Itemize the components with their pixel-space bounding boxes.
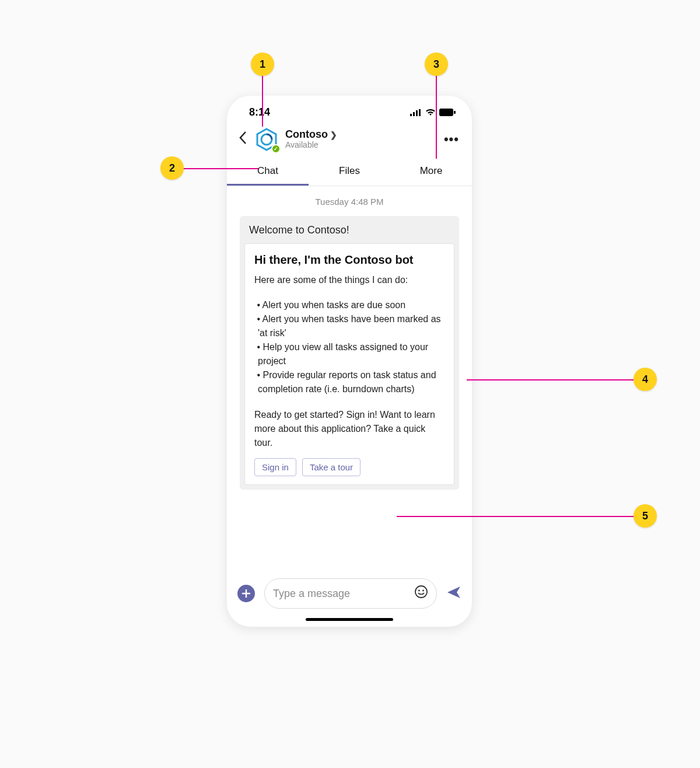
callout-badge-5: 5 <box>634 504 657 528</box>
card-bullet: • Alert you when tasks have been marked … <box>254 312 444 340</box>
chat-title[interactable]: Contoso ❯ <box>285 129 436 141</box>
send-icon <box>446 585 461 600</box>
card-bullet: • Help you view all tasks assigned to yo… <box>254 340 444 368</box>
tab-bar: Chat Files More <box>227 158 472 186</box>
more-options-button[interactable]: ••• <box>442 132 461 147</box>
svg-point-16 <box>418 590 420 592</box>
cellular-icon <box>410 109 422 116</box>
plus-icon <box>242 589 250 598</box>
tab-chat[interactable]: Chat <box>227 158 309 186</box>
take-tour-button[interactable]: Take a tour <box>302 458 360 476</box>
callout-badge-3: 3 <box>425 53 448 76</box>
emoji-button[interactable] <box>414 585 428 602</box>
svg-rect-9 <box>439 109 453 116</box>
svg-point-15 <box>415 586 427 598</box>
chevron-left-icon <box>239 131 247 145</box>
compose-add-button[interactable] <box>237 585 255 602</box>
svg-rect-8 <box>419 109 421 116</box>
message-placeholder: Type a message <box>273 588 414 600</box>
presence-available-icon: ✓ <box>271 144 281 153</box>
presence-label: Available <box>285 141 436 149</box>
message-timeline: Tuesday 4:48 PM Welcome to Contoso! Hi t… <box>227 186 472 569</box>
welcome-card: Welcome to Contoso! Hi there, I'm the Co… <box>240 216 459 490</box>
back-button[interactable] <box>237 131 248 149</box>
svg-rect-6 <box>413 112 415 116</box>
chevron-right-icon: ❯ <box>330 131 337 139</box>
tab-more[interactable]: More <box>390 158 472 186</box>
card-intro: Here are some of the things I can do: <box>254 274 444 287</box>
phone-frame: 8:14 ✓ Contoso ❯ Available ••• <box>227 96 472 627</box>
timestamp: Tuesday 4:48 PM <box>240 197 459 207</box>
callout-badge-4: 4 <box>634 368 657 391</box>
svg-rect-5 <box>410 114 412 116</box>
send-button[interactable] <box>446 585 461 602</box>
wifi-icon <box>425 109 436 116</box>
smiley-icon <box>414 585 428 599</box>
status-bar: 8:14 <box>227 96 472 122</box>
svg-rect-7 <box>416 110 418 116</box>
callout-badge-2: 2 <box>160 156 184 180</box>
card-bullet: • Alert you when tasks are due soon <box>254 298 444 312</box>
card-title: Hi there, I'm the Contoso bot <box>254 253 444 267</box>
bot-avatar[interactable]: ✓ <box>254 127 279 152</box>
svg-point-17 <box>422 590 424 592</box>
message-composer: Type a message <box>227 569 472 609</box>
chat-header: ✓ Contoso ❯ Available ••• <box>227 122 472 158</box>
tab-files[interactable]: Files <box>309 158 390 186</box>
message-input[interactable]: Type a message <box>264 578 437 609</box>
battery-icon <box>439 109 456 116</box>
home-indicator <box>306 618 393 621</box>
card-outro: Ready to get started? Sign in! Want to l… <box>254 408 444 450</box>
svg-rect-10 <box>454 111 456 114</box>
callout-badge-1: 1 <box>251 53 274 76</box>
card-bullet: • Provide regular reports on task status… <box>254 368 444 396</box>
card-header: Welcome to Contoso! <box>240 216 459 243</box>
sign-in-button[interactable]: Sign in <box>254 458 296 476</box>
status-time: 8:14 <box>249 106 270 118</box>
